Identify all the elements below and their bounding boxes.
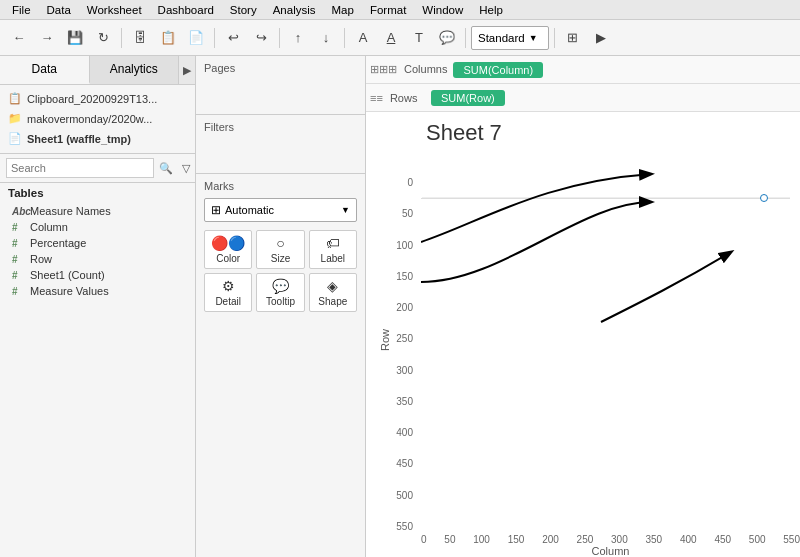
table-item-measure-names[interactable]: Abc Measure Names <box>8 203 187 219</box>
y-tick-200: 200 <box>396 302 417 313</box>
chevron-down-icon: ▼ <box>529 33 538 43</box>
y-axis: Row 550 500 450 400 350 300 250 200 150 … <box>366 122 421 557</box>
percentage-label: Percentage <box>30 237 86 249</box>
toolbar-paste[interactable]: 📄 <box>183 25 209 51</box>
toolbar-sep-4 <box>344 28 345 48</box>
y-tick-labels: 550 500 450 400 350 300 250 200 150 100 … <box>366 137 421 542</box>
x-tick-0: 0 <box>421 534 427 545</box>
marks-tooltip-btn[interactable]: 💬 Tooltip <box>256 273 304 312</box>
sheet1count-label: Sheet1 (Count) <box>30 269 105 281</box>
toolbar-sort-asc[interactable]: ↑ <box>285 25 311 51</box>
chart-type-dropdown[interactable]: Standard ▼ <box>471 26 549 50</box>
chart-area: ⊞⊞⊞ Columns SUM(Column) ≡≡ Rows SUM(Row)… <box>366 56 800 557</box>
marks-dropdown-value: Automatic <box>225 204 274 216</box>
columns-icon: ⊞⊞⊞ <box>370 63 397 75</box>
x-axis-label: Column <box>421 545 800 557</box>
menu-file[interactable]: File <box>4 0 39 20</box>
marks-section: Marks ⊞ Automatic ▼ 🔴🔵 Color ○ Size 🏷 La… <box>196 174 365 557</box>
middle-panel: Pages Filters Marks ⊞ Automatic ▼ 🔴🔵 Col… <box>196 56 366 557</box>
y-tick-550: 550 <box>396 521 417 532</box>
hash-icon-1: # <box>12 222 26 233</box>
toolbar-tooltip[interactable]: 💬 <box>434 25 460 51</box>
data-source-clipboard[interactable]: 📋 Clipboard_20200929T13... <box>0 89 195 109</box>
y-tick-150: 150 <box>396 271 417 282</box>
column-label: Column <box>30 221 68 233</box>
y-tick-450: 450 <box>396 458 417 469</box>
marks-dropdown[interactable]: ⊞ Automatic ▼ <box>204 198 357 222</box>
panel-tab-arrow[interactable]: ▶ <box>179 56 195 84</box>
toolbar-format[interactable]: A <box>350 25 376 51</box>
table-item-percentage[interactable]: # Percentage <box>8 235 187 251</box>
hash-icon-3: # <box>12 254 26 265</box>
marks-shape-btn[interactable]: ◈ Shape <box>309 273 357 312</box>
filters-label: Filters <box>204 121 357 133</box>
table-item-row[interactable]: # Row <box>8 251 187 267</box>
y-tick-350: 350 <box>396 396 417 407</box>
table-item-column[interactable]: # Column <box>8 219 187 235</box>
y-tick-500: 500 <box>396 490 417 501</box>
pages-content <box>204 78 357 108</box>
detail-label: Detail <box>215 296 241 307</box>
label-label: Label <box>321 253 345 264</box>
left-panel: Data Analytics ▶ 📋 Clipboard_20200929T13… <box>0 56 196 557</box>
y-tick-0: 0 <box>407 177 417 188</box>
search-input[interactable] <box>6 158 154 178</box>
menu-dashboard[interactable]: Dashboard <box>150 0 222 20</box>
menu-data[interactable]: Data <box>39 0 79 20</box>
y-tick-50: 50 <box>402 208 417 219</box>
menu-story[interactable]: Story <box>222 0 265 20</box>
toolbar-redo[interactable]: ↪ <box>248 25 274 51</box>
marks-color-btn[interactable]: 🔴🔵 Color <box>204 230 252 269</box>
toolbar-sort-desc[interactable]: ↓ <box>313 25 339 51</box>
x-tick-300: 300 <box>611 534 628 545</box>
toolbar-underline[interactable]: A <box>378 25 404 51</box>
menu-format[interactable]: Format <box>362 0 414 20</box>
toolbar-undo[interactable]: ↩ <box>220 25 246 51</box>
table-item-sheet1count[interactable]: # Sheet1 (Count) <box>8 267 187 283</box>
x-tick-150: 150 <box>508 534 525 545</box>
measure-values-label: Measure Values <box>30 285 109 297</box>
marks-size-btn[interactable]: ○ Size <box>256 230 304 269</box>
toolbar-present[interactable]: ▶ <box>588 25 614 51</box>
menu-worksheet[interactable]: Worksheet <box>79 0 150 20</box>
toolbar-sep-3 <box>279 28 280 48</box>
marks-detail-btn[interactable]: ⚙ Detail <box>204 273 252 312</box>
x-tick-250: 250 <box>577 534 594 545</box>
table-item-measure-values[interactable]: # Measure Values <box>8 283 187 299</box>
x-tick-100: 100 <box>473 534 490 545</box>
tooltip-label: Tooltip <box>266 296 295 307</box>
rows-pill[interactable]: SUM(Row) <box>431 90 505 106</box>
sheet-icon: 📄 <box>8 132 22 146</box>
toolbar-new-ds[interactable]: 🗄 <box>127 25 153 51</box>
menu-analysis[interactable]: Analysis <box>265 0 324 20</box>
toolbar-sep-2 <box>214 28 215 48</box>
toolbar-sep-1 <box>121 28 122 48</box>
toolbar-save[interactable]: 💾 <box>62 25 88 51</box>
filter-icon[interactable]: ▽ <box>177 159 195 177</box>
menu-window[interactable]: Window <box>414 0 471 20</box>
tab-data[interactable]: Data <box>0 56 90 84</box>
toolbar-refresh[interactable]: ↻ <box>90 25 116 51</box>
columns-shelf: ⊞⊞⊞ Columns SUM(Column) <box>366 56 800 84</box>
toolbar-labels[interactable]: T <box>406 25 432 51</box>
menu-help[interactable]: Help <box>471 0 511 20</box>
pages-label: Pages <box>204 62 357 74</box>
y-tick-250: 250 <box>396 333 417 344</box>
ds-label-3: Sheet1 (waffle_tmp) <box>27 133 131 145</box>
data-source-makeover[interactable]: 📁 makovermonday/2020w... <box>0 109 195 129</box>
toolbar-fit[interactable]: ⊞ <box>560 25 586 51</box>
marks-dropdown-icon: ⊞ <box>211 203 221 217</box>
rows-label: ≡≡ Rows <box>370 92 425 104</box>
columns-pill[interactable]: SUM(Column) <box>453 62 543 78</box>
marks-label-btn[interactable]: 🏷 Label <box>309 230 357 269</box>
toolbar-back[interactable]: ← <box>6 25 32 51</box>
color-label: Color <box>216 253 240 264</box>
tab-analytics[interactable]: Analytics <box>90 56 180 84</box>
x-tick-400: 400 <box>680 534 697 545</box>
data-source-sheet1[interactable]: 📄 Sheet1 (waffle_tmp) <box>0 129 195 149</box>
search-icon[interactable]: 🔍 <box>157 159 175 177</box>
toolbar-forward[interactable]: → <box>34 25 60 51</box>
size-icon: ○ <box>276 235 284 251</box>
menu-map[interactable]: Map <box>324 0 362 20</box>
toolbar-copy[interactable]: 📋 <box>155 25 181 51</box>
